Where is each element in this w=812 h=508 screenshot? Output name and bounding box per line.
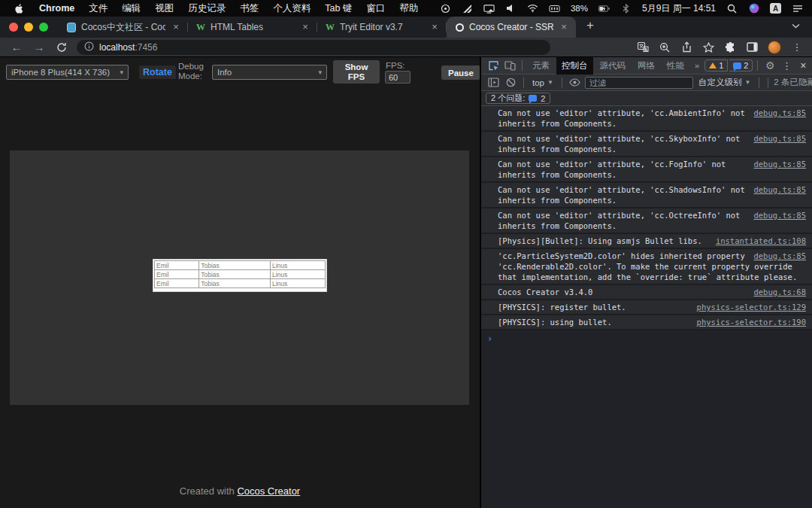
- console-message[interactable]: debug.ts:85 Can not use 'editor' attribu…: [481, 132, 812, 157]
- issues-badge[interactable]: 2: [729, 59, 753, 71]
- window-minimize-button[interactable]: [24, 23, 33, 32]
- tab-cocos-forum[interactable]: Cocos中文社区 - Cocos中文社区 ×: [59, 17, 188, 38]
- control-center-icon[interactable]: [792, 3, 803, 14]
- reload-icon[interactable]: [56, 41, 68, 53]
- context-selector[interactable]: top ▼: [529, 78, 556, 87]
- tab-close-icon[interactable]: ×: [429, 21, 441, 33]
- menu-view[interactable]: 视图: [155, 2, 174, 15]
- fps-input[interactable]: [385, 71, 411, 84]
- menu-window[interactable]: 窗口: [366, 2, 385, 15]
- new-tab-button[interactable]: +: [576, 18, 601, 38]
- menu-profiles[interactable]: 个人资料: [273, 2, 311, 15]
- spotlight-search-icon[interactable]: [726, 3, 738, 14]
- rotate-button[interactable]: Rotate: [139, 65, 176, 79]
- tab-html-tables[interactable]: W HTML Tables ×: [188, 17, 317, 38]
- menu-file[interactable]: 文件: [89, 2, 108, 15]
- bookmark-star-icon[interactable]: [702, 41, 714, 53]
- show-fps-button[interactable]: Show FPS: [333, 60, 380, 84]
- console-message[interactable]: physics-selector.ts:129 [PHYSICS]: regis…: [481, 300, 812, 315]
- tab-close-icon[interactable]: ×: [558, 21, 570, 33]
- status-app-icon[interactable]: [462, 3, 473, 14]
- source-link[interactable]: debug.ts:85: [753, 184, 806, 195]
- console-message[interactable]: debug.ts:68 Cocos Creator v3.4.0: [481, 285, 812, 300]
- menubar-clock[interactable]: 5月9日 周一 14:51: [642, 2, 716, 15]
- tab-close-icon[interactable]: ×: [299, 21, 311, 33]
- device-toolbar-icon[interactable]: [502, 59, 517, 72]
- source-link[interactable]: instantiated.ts:108: [716, 236, 806, 246]
- menu-bookmarks[interactable]: 书签: [240, 2, 259, 15]
- devtools-settings-gear-icon[interactable]: ⚙: [762, 59, 777, 72]
- game-canvas[interactable]: Emil Tobias Linus Emil Tobias Linus Emil…: [10, 151, 469, 405]
- menu-edit[interactable]: 编辑: [122, 2, 141, 15]
- devtools-kebab-icon[interactable]: ⋮: [779, 59, 794, 72]
- console-sidebar-icon[interactable]: [486, 76, 501, 90]
- devtools-tab-sources[interactable]: 源代码: [595, 57, 632, 75]
- console-message[interactable]: debug.ts:85 'cc.ParticleSystem2D.color' …: [481, 249, 812, 285]
- console-message[interactable]: debug.ts:85 Can not use 'editor' attribu…: [481, 157, 812, 183]
- console-filter-input[interactable]: [585, 77, 693, 89]
- cocos-creator-link[interactable]: Cocos Creator: [237, 485, 300, 497]
- chrome-menu-kebab-icon[interactable]: ⋮: [791, 41, 803, 53]
- volume-icon[interactable]: [505, 3, 517, 14]
- menu-help[interactable]: 帮助: [399, 2, 418, 15]
- tab-close-icon[interactable]: ×: [170, 21, 182, 33]
- window-zoom-button[interactable]: [39, 23, 48, 32]
- source-link[interactable]: debug.ts:85: [753, 159, 806, 169]
- devtools-tab-elements[interactable]: 元素: [527, 57, 555, 75]
- menubar-app-name[interactable]: Chrome: [39, 3, 74, 14]
- menu-tab[interactable]: Tab 键: [325, 2, 352, 15]
- device-select[interactable]: iPhone 8 Plus(414 X 736) ▾: [6, 65, 129, 80]
- site-info-icon[interactable]: [84, 41, 94, 54]
- source-link[interactable]: debug.ts:85: [753, 251, 806, 261]
- back-icon[interactable]: ←: [11, 41, 23, 53]
- profile-avatar[interactable]: [768, 41, 781, 54]
- status-dial-icon[interactable]: [440, 3, 451, 14]
- zoom-page-icon[interactable]: [659, 41, 671, 53]
- share-icon[interactable]: [680, 41, 692, 53]
- devtools-close-icon[interactable]: ×: [795, 59, 810, 72]
- source-link[interactable]: debug.ts:85: [753, 108, 806, 118]
- translate-icon[interactable]: [637, 41, 649, 53]
- source-link[interactable]: debug.ts:85: [753, 133, 806, 144]
- tab-cocos-creator-active[interactable]: Cocos Creator - SSRExtension ×: [447, 17, 576, 38]
- display-mirroring-icon[interactable]: [483, 3, 495, 14]
- source-link[interactable]: debug.ts:68: [753, 287, 806, 297]
- bluetooth-icon[interactable]: [620, 3, 632, 14]
- address-omnibox[interactable]: localhost:7456: [77, 40, 550, 55]
- console-prompt[interactable]: ›: [481, 330, 812, 347]
- battery-module-icon[interactable]: [549, 3, 560, 14]
- wifi-icon[interactable]: [527, 3, 538, 14]
- source-link[interactable]: physics-selector.ts:129: [697, 302, 806, 312]
- pause-button[interactable]: Pause: [441, 65, 480, 80]
- inspect-element-icon[interactable]: [486, 59, 501, 72]
- apple-icon[interactable]: [14, 3, 25, 14]
- devtools-tab-console[interactable]: 控制台: [556, 57, 593, 75]
- console-message[interactable]: debug.ts:85 Can not use 'editor' attribu…: [481, 183, 812, 208]
- log-levels-dropdown[interactable]: 自定义级别 ▼: [695, 77, 753, 88]
- siri-icon[interactable]: [748, 3, 759, 14]
- more-tabs-icon[interactable]: »: [691, 61, 703, 70]
- console-message[interactable]: debug.ts:85 Can not use 'editor' attribu…: [481, 106, 812, 132]
- live-expression-eye-icon[interactable]: [568, 76, 583, 90]
- forward-icon[interactable]: →: [33, 41, 45, 53]
- side-panel-icon[interactable]: [746, 41, 758, 53]
- clear-console-icon[interactable]: [503, 76, 518, 90]
- input-method-icon[interactable]: A: [770, 3, 781, 14]
- battery-charging-icon[interactable]: [598, 3, 610, 14]
- debug-mode-select[interactable]: Info ▾: [212, 65, 327, 80]
- source-link[interactable]: debug.ts:85: [753, 210, 806, 221]
- menu-history[interactable]: 历史记录: [188, 2, 226, 15]
- console-message[interactable]: debug.ts:85 Can not use 'editor' attribu…: [481, 208, 812, 234]
- console-message[interactable]: instantiated.ts:108 [Physics][Bullet]: U…: [481, 234, 812, 249]
- console-message[interactable]: physics-selector.ts:190 [PHYSICS]: using…: [481, 315, 812, 330]
- window-close-button[interactable]: [9, 23, 18, 32]
- extensions-puzzle-icon[interactable]: [724, 41, 736, 53]
- devtools-tab-performance[interactable]: 性能: [662, 57, 689, 75]
- tab-search-chevron-icon[interactable]: [792, 18, 812, 38]
- warnings-badge[interactable]: 1: [704, 59, 728, 71]
- devtools-tab-network[interactable]: 网络: [632, 57, 660, 75]
- source-link[interactable]: physics-selector.ts:190: [697, 317, 806, 327]
- tab-tryit-editor[interactable]: W Tryit Editor v3.7 ×: [317, 17, 447, 38]
- issues-counter-button[interactable]: 2 个问题: 2: [486, 93, 550, 104]
- battery-percent: 38%: [571, 4, 588, 13]
